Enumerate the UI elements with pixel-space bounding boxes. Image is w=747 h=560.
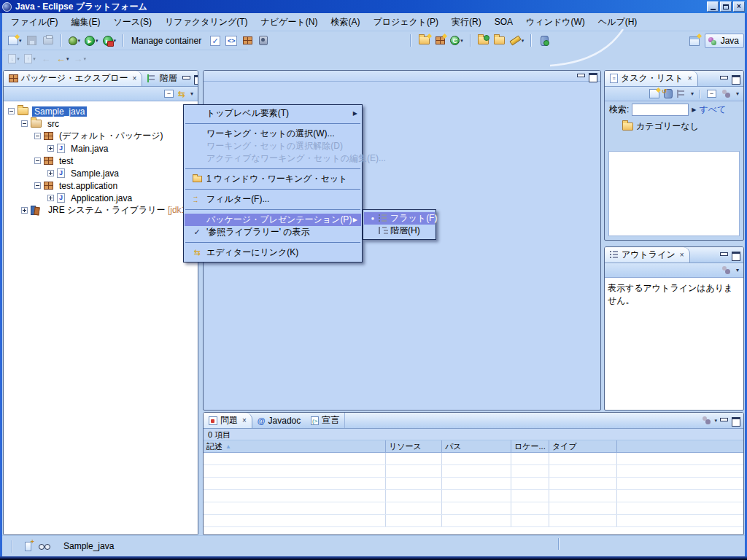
- collapse-all-icon[interactable]: −: [707, 90, 716, 98]
- xml-editor-button[interactable]: <>: [223, 33, 239, 49]
- collapse-all-icon[interactable]: −: [164, 90, 174, 98]
- maximize-view-icon[interactable]: [588, 72, 597, 80]
- close-button[interactable]: ×: [733, 1, 745, 12]
- view-menu-icon[interactable]: ▾: [190, 90, 193, 97]
- new-task-icon[interactable]: [649, 89, 659, 98]
- soa-tool-button[interactable]: [255, 33, 271, 49]
- debug-button[interactable]: ▾: [66, 33, 83, 49]
- column-location[interactable]: ロケー...: [511, 440, 549, 452]
- dropdown-icon[interactable]: ▾: [96, 38, 98, 44]
- task-grouping-icon[interactable]: [677, 90, 686, 98]
- new-class-button[interactable]: C▾: [448, 33, 465, 49]
- tab-type-hierarchy[interactable]: 階層: [142, 71, 182, 86]
- tree-item-project[interactable]: Sample_java: [4, 105, 198, 117]
- menu-help[interactable]: ヘルプ(H): [592, 14, 644, 31]
- minimize-view-icon[interactable]: [719, 416, 729, 424]
- next-annotation-button[interactable]: ↓▾: [6, 51, 22, 67]
- close-tab-icon[interactable]: ×: [688, 74, 692, 82]
- tree-item-test-application-package[interactable]: test.application: [4, 179, 198, 192]
- dropdown-icon[interactable]: ▾: [33, 56, 36, 62]
- run-button[interactable]: ▶▾: [82, 33, 101, 49]
- new-java-project-button[interactable]: [416, 33, 432, 49]
- menu-item-link-with-editor[interactable]: ⇆ エディターにリンク(K): [185, 246, 361, 259]
- menu-soa[interactable]: SOA: [488, 15, 519, 29]
- tree-item-test-package[interactable]: test: [4, 155, 198, 167]
- close-tab-icon[interactable]: ×: [680, 251, 684, 259]
- link-with-editor-icon[interactable]: ⇆: [178, 90, 185, 98]
- menu-refactor[interactable]: リファクタリング(T): [158, 14, 255, 31]
- submenu-item-hierarchical[interactable]: 階層(H): [364, 225, 435, 237]
- open-resource-button[interactable]: [492, 33, 508, 49]
- working-set-all-link[interactable]: すべて: [700, 104, 727, 116]
- focus-icon[interactable]: [721, 266, 731, 275]
- close-tab-icon[interactable]: ×: [242, 416, 247, 424]
- expand-expander-icon[interactable]: [47, 145, 54, 152]
- search-button[interactable]: ▾: [508, 33, 527, 49]
- new-wizard-button[interactable]: ▾: [6, 33, 24, 49]
- tab-package-explorer[interactable]: パッケージ・エクスプロー ×: [4, 71, 142, 86]
- dropdown-icon[interactable]: ▾: [19, 38, 22, 44]
- java-perspective-button[interactable]: Java: [705, 34, 744, 48]
- menu-item-select-working-set[interactable]: ワーキング・セットの選択(W)...: [185, 128, 361, 140]
- expand-filter-icon[interactable]: ▶: [692, 106, 696, 113]
- fast-view-icon[interactable]: [25, 542, 31, 551]
- maximize-view-icon[interactable]: [193, 74, 198, 82]
- external-tools-button[interactable]: ▶▾: [101, 33, 119, 49]
- minimize-button[interactable]: [707, 1, 719, 12]
- menu-item-window-working-set[interactable]: 1 ウィンドウ・ワーキング・セット: [185, 173, 361, 185]
- minimize-view-icon[interactable]: [576, 72, 586, 80]
- dropdown-icon[interactable]: ▾: [17, 56, 20, 62]
- menu-item-top-level-elements[interactable]: トップレベル要素(T) ▶: [185, 107, 361, 120]
- menu-search[interactable]: 検索(A): [324, 14, 366, 31]
- menu-item-filters[interactable]: フィルター(F)...: [185, 193, 361, 206]
- deploy-jar-button[interactable]: [536, 33, 552, 49]
- collapse-expander-icon[interactable]: [34, 133, 41, 139]
- dropdown-icon[interactable]: ▾: [78, 38, 81, 44]
- collapse-expander-icon[interactable]: [34, 182, 41, 189]
- tree-item-application-java[interactable]: J Application.java: [4, 192, 198, 204]
- back-button[interactable]: ←▾: [54, 51, 71, 67]
- tab-outline[interactable]: アウトライン ×: [605, 247, 690, 262]
- dropdown-icon[interactable]: ▾: [114, 38, 117, 44]
- tab-problems[interactable]: 問題 ×: [204, 413, 252, 428]
- menu-item-show-referenced-libraries[interactable]: ✓ '参照ライブラリー' の表示: [185, 226, 361, 238]
- column-type[interactable]: タイプ: [549, 440, 617, 452]
- grouping-dropdown-icon[interactable]: ▾: [691, 90, 694, 97]
- submenu-item-flat[interactable]: ● フラット(F): [364, 212, 435, 225]
- new-package-button[interactable]: [432, 33, 448, 49]
- last-edit-location-button[interactable]: ←: [38, 51, 54, 67]
- maximize-button[interactable]: [720, 1, 732, 12]
- menu-window[interactable]: ウィンドウ(W): [519, 14, 592, 31]
- task-category-row[interactable]: カテゴリーなし: [605, 118, 743, 135]
- menu-edit[interactable]: 編集(E): [64, 14, 107, 31]
- expand-expander-icon[interactable]: [47, 170, 54, 176]
- dropdown-icon[interactable]: ▾: [66, 56, 69, 62]
- maximize-view-icon[interactable]: [731, 416, 740, 424]
- previous-annotation-button[interactable]: ↑▾: [22, 51, 38, 67]
- manage-container-check-button[interactable]: ✓: [207, 33, 223, 49]
- task-list-content[interactable]: [608, 151, 740, 236]
- view-menu-icon[interactable]: ▾: [714, 418, 717, 424]
- open-type-button[interactable]: [476, 33, 492, 49]
- task-search-input[interactable]: [632, 104, 689, 116]
- dropdown-icon[interactable]: ▾: [84, 56, 87, 62]
- tree-item-default-package[interactable]: (デフォルト・パッケージ): [4, 130, 198, 142]
- tree-item-sample-java[interactable]: J Sample.java: [4, 167, 198, 179]
- forward-button[interactable]: →▾: [71, 51, 89, 67]
- view-menu-icon[interactable]: ▾: [736, 267, 739, 273]
- menu-item-package-presentation[interactable]: パッケージ・プレゼンテーション(P) ▶: [185, 214, 361, 226]
- column-path[interactable]: パス: [442, 440, 511, 452]
- close-tab-icon[interactable]: ×: [133, 74, 137, 82]
- minimize-view-icon[interactable]: [182, 74, 191, 82]
- minimize-view-icon[interactable]: [719, 74, 729, 82]
- menu-file[interactable]: ファイル(F): [4, 14, 64, 31]
- menu-source[interactable]: ソース(S): [107, 14, 158, 31]
- maximize-view-icon[interactable]: [731, 74, 740, 82]
- menu-run[interactable]: 実行(R): [445, 14, 488, 31]
- collapse-expander-icon[interactable]: [21, 120, 28, 127]
- collapse-expander-icon[interactable]: [8, 108, 15, 114]
- tree-item-jre-library[interactable]: JRE システム・ライブラリー [jdk1.6.0_04: [4, 204, 198, 217]
- column-resource[interactable]: リソース: [386, 440, 442, 452]
- menu-navigate[interactable]: ナビゲート(N): [255, 14, 325, 31]
- tab-javadoc[interactable]: @ Javadoc: [252, 413, 306, 428]
